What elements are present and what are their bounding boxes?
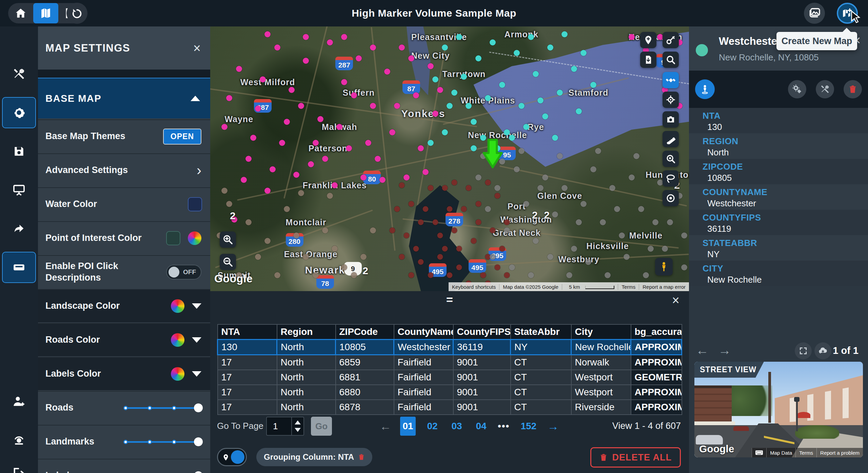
table-cell[interactable]: APPROXIMATE [631,385,682,400]
sidebar-item-save[interactable] [2,136,36,167]
red-marker[interactable] [452,180,457,186]
cyan-marker[interactable] [432,76,438,82]
gray-marker[interactable] [561,185,568,191]
pink-marker[interactable] [264,31,271,37]
spinner-up-icon[interactable] [295,420,301,424]
cyan-marker[interactable] [552,135,558,141]
cyan-marker[interactable] [518,103,525,109]
table-cell[interactable]: Fairfield [394,370,453,385]
table-cell[interactable]: CT [511,355,571,370]
export-file-button[interactable] [640,52,656,68]
gray-marker[interactable] [509,264,515,270]
table-cell[interactable]: North [277,400,336,415]
cyan-marker[interactable] [461,74,467,80]
taupe-marker[interactable] [313,272,319,278]
pink-marker[interactable] [432,111,438,117]
gray-marker[interactable] [485,206,491,212]
page-number-input[interactable]: 1 [266,417,304,436]
table-cell[interactable]: 6881 [336,370,394,385]
red-marker[interactable] [428,185,433,191]
red-marker[interactable] [490,227,496,233]
gray-marker[interactable] [494,185,500,191]
pink-marker[interactable] [332,182,338,188]
gray-marker[interactable] [580,201,587,207]
panel-drag-handle[interactable]: = [446,295,453,304]
pink-marker[interactable] [370,44,376,51]
red-marker[interactable] [423,206,429,212]
pink-marker[interactable] [289,87,295,93]
table-cell[interactable]: CT [511,370,571,385]
red-marker[interactable] [495,193,500,199]
table-row[interactable]: 17North6859Fairfield9001CTNorwalkAPPROXI… [218,355,682,370]
taupe-marker[interactable] [360,254,367,260]
taupe-marker[interactable] [255,254,261,260]
pink-marker[interactable] [413,92,419,98]
poi-click-toggle[interactable]: OFF [166,265,201,280]
gray-marker[interactable] [585,259,591,265]
cyan-marker[interactable] [485,95,491,101]
gray-marker[interactable] [475,174,481,181]
cyan-marker[interactable] [442,44,448,51]
cyan-marker[interactable] [571,66,577,72]
gray-marker[interactable] [643,272,649,278]
cyan-marker[interactable] [590,82,596,88]
landmarks-slider[interactable] [123,437,201,446]
pink-marker[interactable] [341,79,347,85]
gray-marker[interactable] [523,201,529,207]
red-marker[interactable] [485,180,491,186]
table-cell[interactable]: North [277,355,336,370]
table-cell[interactable]: 9001 [453,400,511,415]
undo-button[interactable] [66,3,87,24]
red-marker[interactable] [428,272,433,278]
cyan-marker[interactable] [537,97,544,103]
red-marker[interactable] [442,246,448,252]
pink-marker[interactable] [313,140,319,146]
taupe-marker[interactable] [303,254,309,260]
table-cell[interactable]: APPROXIMATE [631,400,682,415]
marker-settings-button[interactable] [788,80,806,98]
column-header[interactable]: bg_accuracy [631,324,682,340]
column-header[interactable]: CountyFIPS [453,324,511,340]
table-cell[interactable]: Westport [571,370,631,385]
pink-marker[interactable] [428,63,434,69]
cyan-marker[interactable] [514,50,520,56]
pink-marker[interactable] [365,140,371,146]
red-marker[interactable] [466,185,472,191]
street-view-link[interactable]: Report a problem [816,448,863,457]
table-cell[interactable]: CT [511,385,571,400]
pink-marker[interactable] [341,34,347,40]
sidebar-item-presentation[interactable] [2,174,36,206]
sidebar-item-bottom-panel[interactable] [2,252,36,283]
poi-color-swatch[interactable] [166,231,180,245]
gray-marker[interactable] [518,148,525,154]
street-view-link[interactable]: Terms [795,448,816,457]
table-cell[interactable]: GEOMETRIC_ [631,370,682,385]
gray-marker[interactable] [600,219,606,225]
cyan-marker[interactable] [547,44,553,51]
red-marker[interactable] [403,233,409,239]
table-cell[interactable]: APPROXIMATE [631,340,682,355]
pink-marker[interactable] [322,156,328,162]
next-page-arrow[interactable]: → [547,420,559,433]
roads-color-wheel-icon[interactable] [171,333,184,347]
red-marker[interactable] [461,206,467,212]
cyan-marker[interactable] [466,103,472,109]
poi-color-wheel-icon[interactable] [188,231,201,245]
column-header[interactable]: CountyName [394,324,453,340]
labels-slider[interactable] [123,471,201,473]
gray-marker[interactable] [652,219,658,225]
table-cell[interactable]: 17 [218,355,277,370]
cyan-marker[interactable] [504,129,510,135]
gray-marker[interactable] [514,166,520,172]
pink-marker[interactable] [264,188,271,194]
pink-marker[interactable] [245,156,252,162]
gray-marker[interactable] [552,211,558,217]
gray-marker[interactable] [681,264,687,270]
cyan-marker[interactable] [471,119,477,125]
slider-handle[interactable] [194,403,203,412]
cyan-marker[interactable] [456,34,462,40]
pink-marker[interactable] [221,124,228,130]
cyan-marker[interactable] [490,39,496,45]
slider-handle[interactable] [194,471,203,473]
sidebar-item-logout[interactable] [2,458,36,473]
